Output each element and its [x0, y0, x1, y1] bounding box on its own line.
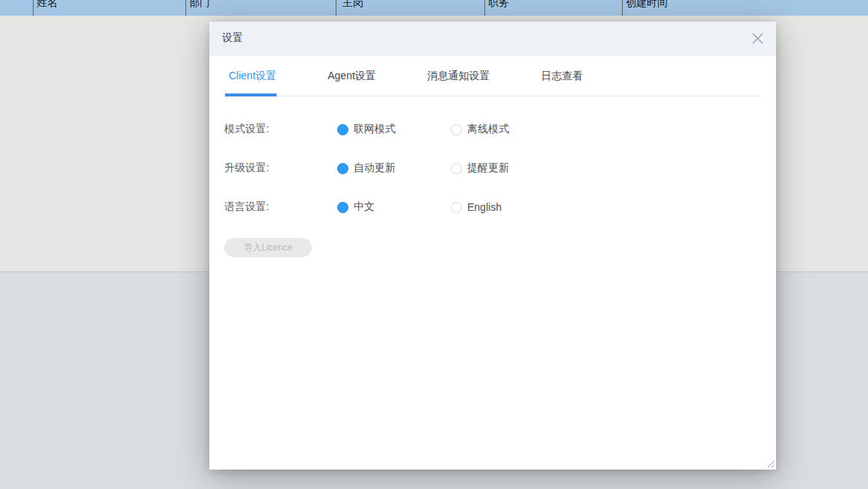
- radio-unselected-icon[interactable]: [451, 124, 462, 135]
- column-header-name: 姓名: [37, 0, 58, 7]
- radio-option-english[interactable]: English: [451, 201, 564, 213]
- radio-option-label[interactable]: 联网模式: [354, 123, 395, 136]
- tab-client-settings[interactable]: Client设置: [229, 55, 277, 96]
- language-setting-row: 语言设置: 中文 English: [224, 201, 761, 213]
- column-header-main-post: 主岗: [342, 0, 363, 7]
- radio-option-label[interactable]: 自动更新: [354, 162, 395, 175]
- close-button[interactable]: [751, 31, 764, 45]
- language-setting-label: 语言设置:: [224, 200, 337, 214]
- column-divider: [33, 0, 34, 16]
- mode-setting-row: 模式设置: 联网模式 离线模式: [224, 123, 761, 135]
- radio-option-label[interactable]: 离线模式: [467, 123, 509, 136]
- radio-selected-icon[interactable]: [337, 124, 348, 135]
- settings-dialog: 设置 Client设置 Agent设置 消息通知设置 日志查看 模式设置: 联网…: [209, 22, 776, 470]
- tab-message-notification[interactable]: 消息通知设置: [427, 55, 490, 96]
- column-divider: [484, 0, 485, 16]
- radio-option-offline-mode[interactable]: 离线模式: [451, 123, 564, 136]
- background-table-header: 姓名 部门 主岗 职务 创建时间: [0, 0, 868, 16]
- radio-selected-icon[interactable]: [337, 163, 348, 174]
- column-header-department: 部门: [189, 0, 210, 7]
- mode-setting-label: 模式设置:: [224, 123, 337, 136]
- radio-option-online-mode[interactable]: 联网模式: [337, 123, 451, 136]
- column-divider: [336, 0, 336, 16]
- radio-option-remind-update[interactable]: 提醒更新: [451, 162, 564, 175]
- column-divider: [185, 0, 186, 16]
- column-header-title: 职务: [488, 0, 509, 7]
- radio-unselected-icon[interactable]: [451, 163, 462, 174]
- column-header-create-time: 创建时间: [626, 0, 668, 7]
- close-icon: [751, 32, 764, 45]
- column-divider: [622, 0, 623, 16]
- dialog-body: 模式设置: 联网模式 离线模式 升级设置: 自动更新 提醒更新 语言设置:: [209, 96, 776, 257]
- radio-option-auto-update[interactable]: 自动更新: [337, 162, 451, 175]
- tab-log-view[interactable]: 日志查看: [541, 55, 583, 96]
- radio-option-label[interactable]: 中文: [354, 200, 375, 214]
- radio-selected-icon[interactable]: [337, 202, 348, 213]
- radio-option-label[interactable]: 提醒更新: [467, 162, 509, 175]
- import-licence-button[interactable]: 导入Licence: [224, 238, 312, 257]
- radio-option-label[interactable]: English: [467, 201, 502, 213]
- dialog-header: 设置: [209, 22, 776, 55]
- upgrade-setting-label: 升级设置:: [224, 162, 337, 175]
- radio-option-chinese[interactable]: 中文: [337, 200, 451, 214]
- settings-tab-bar: Client设置 Agent设置 消息通知设置 日志查看: [224, 55, 761, 96]
- radio-unselected-icon[interactable]: [451, 202, 462, 213]
- resize-grip-icon[interactable]: [766, 460, 775, 468]
- dialog-title: 设置: [222, 31, 243, 45]
- tab-agent-settings[interactable]: Agent设置: [327, 55, 376, 96]
- upgrade-setting-row: 升级设置: 自动更新 提醒更新: [224, 162, 761, 174]
